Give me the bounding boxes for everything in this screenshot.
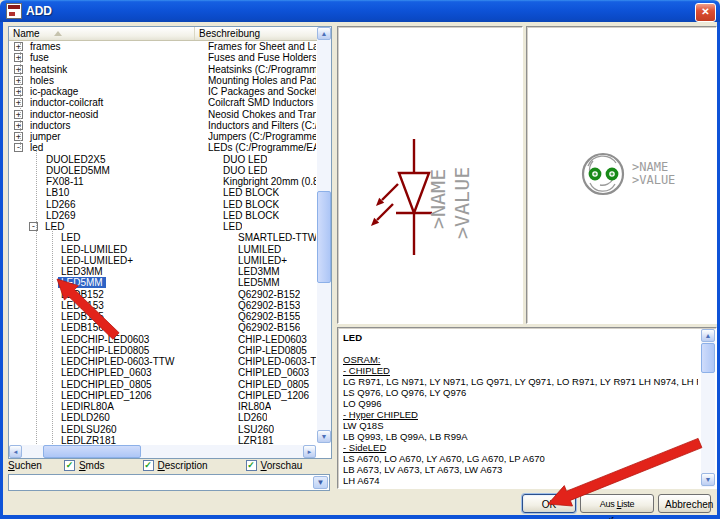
ok-button[interactable]: OK [522, 494, 576, 513]
tree-item-label: LEDCHIPLED_0603 [58, 367, 155, 378]
tree-row[interactable]: LEDB155Q62902-B155 [9, 311, 316, 322]
package-preview-panel: >NAME >VALUE [526, 26, 717, 324]
sort-ascending-icon [54, 31, 62, 36]
tree-row[interactable]: +inductorsInductors and Filters (C:/Prog… [9, 120, 316, 131]
tree-item-label-selected: LED5MM [58, 277, 106, 288]
search-combobox[interactable]: ▼ [8, 474, 330, 491]
remove-from-list-button[interactable]: Aus Liste entfernen [580, 494, 654, 513]
checkbox-label-description[interactable]: Description [158, 460, 208, 471]
tree-row[interactable]: +framesFrames for Sheet and Layout (C:/P… [9, 41, 316, 52]
tree-item-description: CHIP-LED0805 [238, 345, 307, 356]
tree-row[interactable]: LD269LED BLOCK [9, 210, 316, 221]
tree-scroll-left-button[interactable]: ◄ [9, 445, 22, 458]
cancel-button[interactable]: Abbrechen [658, 494, 711, 513]
scroll-down-icon: ▼ [705, 476, 712, 483]
description-line: - CHIPLED [343, 365, 698, 376]
tree-row[interactable]: LED-LUMILEDLUMILED [9, 244, 316, 255]
checkbox-label-vorschau[interactable]: Vorschau [261, 460, 303, 471]
tree-item-description: Q62902-B153 [238, 300, 300, 311]
tree-item-description: LUMILED+ [238, 255, 287, 266]
tree-row[interactable]: +jumperJumpers (C:/Programme/EAGLE-4.16r… [9, 131, 316, 142]
tree-row[interactable]: LED3MMLED3MM [9, 266, 316, 277]
tree-vscrollbar-thumb[interactable] [317, 191, 331, 283]
tree-item-label: LB10 [43, 187, 72, 198]
description-line: LO Q996 [343, 398, 698, 409]
tree-row[interactable]: DUOLED5MMDUO LED [9, 165, 316, 176]
symbol-name-placeholder: >NAME [426, 169, 450, 229]
tree-item-description: LED BLOCK [223, 199, 279, 210]
column-header-name[interactable]: Name [9, 27, 195, 40]
tree-item-label: DUOLED5MM [43, 165, 113, 176]
tree-row[interactable]: +ic-packageIC Packages and Sockets (C:/P… [9, 86, 316, 97]
description-panel: LED OSRAM:- CHIPLEDLG R971, LG N971, LY … [337, 327, 717, 489]
tree-item-label: inductors [27, 120, 74, 131]
tree-scroll-down-button[interactable]: ▼ [317, 430, 331, 443]
tree-row[interactable]: LEDB153Q62902-B153 [9, 300, 316, 311]
tree-row[interactable]: LEDB156Q62902-B156 [9, 322, 316, 333]
tree-row[interactable]: LEDCHIPLED_0805CHIPLED_0805 [9, 379, 316, 390]
tree-item-description: LED BLOCK [223, 187, 279, 198]
description-line: LB Q993, LB Q99A, LB R99A [343, 431, 698, 442]
checkbox-vorschau[interactable]: ✓ [246, 460, 257, 471]
title-bar[interactable]: ADD ✕ [0, 0, 720, 22]
tree-item-description: LED3MM [238, 266, 280, 277]
tree-item-label: LED [58, 232, 83, 243]
tree-row[interactable]: LEDCHIPLED_0603CHIPLED_0603 [9, 367, 316, 378]
tree-row[interactable]: FX08-11Kingbright 20mm (0.8Inch) Single … [9, 176, 316, 187]
scroll-down-icon: ▼ [321, 433, 328, 440]
checkbox-description[interactable]: ✓ [143, 460, 154, 471]
tree-row[interactable]: LB10LED BLOCK [9, 187, 316, 198]
tree-row[interactable]: LD266LED BLOCK [9, 199, 316, 210]
tree-row[interactable]: LEDLD260LD260 [9, 412, 316, 423]
tree-item-description: Frames for Sheet and Layout (C:/Progr [208, 41, 316, 52]
tree-row[interactable]: LEDLSU260LSU260 [9, 424, 316, 435]
window-title: ADD [26, 4, 52, 18]
tree-row[interactable]: LEDB152Q62902-B152 [9, 289, 316, 300]
tree-item-label: LEDCHIP-LED0603 [58, 334, 152, 345]
checkbox-smds[interactable]: ✓ [64, 460, 75, 471]
tree-guide-line [36, 149, 38, 446]
tree-row[interactable]: +fuseFuses and Fuse Holders (C:/Programm… [9, 52, 316, 63]
tree-item-label: LD269 [43, 210, 78, 221]
description-line: - Hyper CHIPLED [343, 409, 698, 420]
tree-scroll-right-button[interactable]: ► [303, 445, 316, 458]
tree-scroll-up-button[interactable]: ▲ [317, 27, 331, 40]
tree-row[interactable]: +inductor-neosidNeosid Chokes and Transf… [9, 109, 316, 120]
tree-row[interactable]: LEDCHIP-LED0603CHIP-LED0603 [9, 334, 316, 345]
package-value-placeholder: >VALUE [632, 173, 675, 187]
description-scrollbar-thumb[interactable] [701, 343, 715, 373]
tree-row[interactable]: +heatsinkHeatsinks (C:/Programme/EAGLE-4… [9, 64, 316, 75]
close-button[interactable]: ✕ [695, 3, 716, 22]
tree-row[interactable]: LED-LUMILED+LUMILED+ [9, 255, 316, 266]
tree-row[interactable]: DUOLED2X5DUO LED [9, 154, 316, 165]
tree-item-label: LEDB152 [58, 289, 107, 300]
filter-row: Suchen ✓Smds✓Description✓Vorschau [8, 459, 340, 472]
column-header-description[interactable]: Beschreibung [195, 27, 331, 40]
description-line: LB A673, LV A673, LT A673, LW A673 [343, 464, 698, 475]
tree-item-description: Inductors and Filters (C:/Programme/Ea [208, 120, 316, 131]
scroll-up-icon: ▲ [321, 30, 328, 37]
app-icon [6, 3, 22, 19]
tree-item-label: ic-package [27, 86, 81, 97]
tree-row[interactable]: LEDIRL80AIRL80A [9, 401, 316, 412]
tree-row[interactable]: +holesMounting Holes and Pads (C:/Progra… [9, 75, 316, 86]
tree-hscrollbar-thumb[interactable] [43, 445, 141, 458]
checkbox-label-smds[interactable]: Smds [79, 460, 105, 471]
tree-row[interactable]: LEDCHIPLED-0603-TTWCHIPLED-0603-TTW [9, 356, 316, 367]
combobox-dropdown-button[interactable]: ▼ [313, 476, 328, 489]
tree-row[interactable]: -LEDLED [9, 221, 316, 232]
tree-row[interactable]: LED5MMLED5MM [9, 277, 316, 288]
description-scroll-down-button[interactable]: ▼ [701, 473, 715, 486]
tree-row[interactable]: LEDSMARTLED-TTW [9, 232, 316, 243]
description-scroll-up-button[interactable]: ▲ [701, 329, 715, 342]
tree-item-description: CHIPLED-0603-TTW [238, 356, 316, 367]
tree-item-label: inductor-neosid [27, 109, 101, 120]
tree-row[interactable]: +inductor-coilcraftCoilcraft SMD Inducto… [9, 97, 316, 108]
tree-item-label: FX08-11 [43, 176, 87, 187]
close-icon: ✕ [701, 6, 709, 17]
tree-row[interactable]: LEDCHIP-LED0805CHIP-LED0805 [9, 345, 316, 356]
tree-item-description: IC Packages and Sockets (C:/Program [208, 86, 316, 97]
tree-row[interactable]: LEDCHIPLED_1206CHIPLED_1206 [9, 390, 316, 401]
tree-item-label: DUOLED2X5 [43, 154, 108, 165]
tree-row[interactable]: -ledLEDs (C:/Programme/EAGLE-4.16r1/lb [9, 142, 316, 153]
